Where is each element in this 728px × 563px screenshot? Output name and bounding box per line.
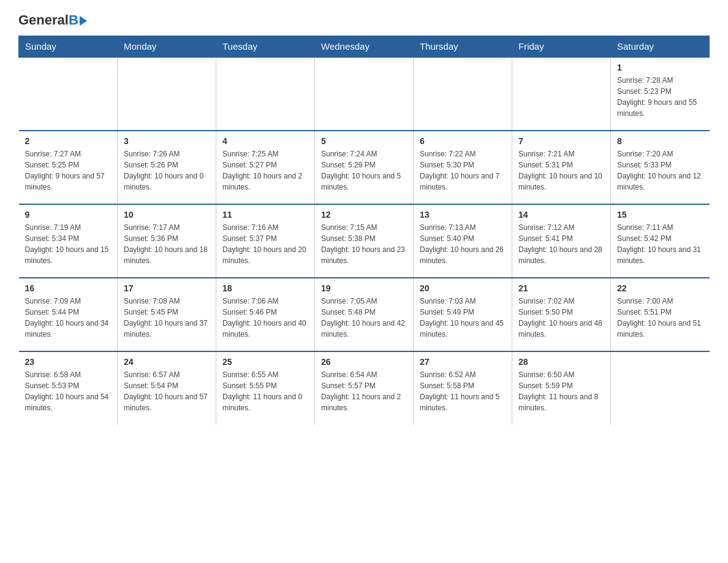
day-info: Sunrise: 7:16 AMSunset: 5:37 PMDaylight:… <box>222 222 308 266</box>
calendar-cell: 1Sunrise: 7:28 AMSunset: 5:23 PMDaylight… <box>611 57 710 131</box>
day-info: Sunrise: 7:27 AMSunset: 5:25 PMDaylight:… <box>25 148 112 193</box>
calendar-week-row: 23Sunrise: 6:58 AMSunset: 5:53 PMDayligh… <box>19 351 710 425</box>
day-number: 5 <box>321 136 407 146</box>
calendar-cell: 12Sunrise: 7:15 AMSunset: 5:38 PMDayligh… <box>315 204 414 278</box>
day-info: Sunrise: 7:05 AMSunset: 5:48 PMDaylight:… <box>321 296 407 340</box>
calendar-cell: 5Sunrise: 7:24 AMSunset: 5:29 PMDaylight… <box>315 131 414 204</box>
calendar-week-row: 16Sunrise: 7:09 AMSunset: 5:44 PMDayligh… <box>19 278 710 351</box>
day-number: 11 <box>222 210 308 220</box>
day-of-week-header: Friday <box>512 36 611 58</box>
day-info: Sunrise: 7:28 AMSunset: 5:23 PMDaylight:… <box>617 75 703 119</box>
calendar-cell: 10Sunrise: 7:17 AMSunset: 5:36 PMDayligh… <box>118 204 216 278</box>
calendar-cell: 6Sunrise: 7:22 AMSunset: 5:30 PMDaylight… <box>414 131 512 204</box>
day-number: 16 <box>25 283 112 293</box>
day-of-week-header: Saturday <box>611 36 710 58</box>
day-number: 25 <box>222 357 308 367</box>
day-number: 8 <box>617 136 703 146</box>
day-info: Sunrise: 6:54 AMSunset: 5:57 PMDaylight:… <box>321 369 407 413</box>
day-of-week-header: Monday <box>118 36 216 58</box>
logo-general: General <box>18 12 69 28</box>
day-number: 1 <box>617 63 703 72</box>
calendar-cell <box>611 351 710 425</box>
calendar-cell: 25Sunrise: 6:55 AMSunset: 5:55 PMDayligh… <box>216 351 315 425</box>
day-info: Sunrise: 7:09 AMSunset: 5:44 PMDaylight:… <box>25 296 112 340</box>
day-info: Sunrise: 7:00 AMSunset: 5:51 PMDaylight:… <box>617 296 703 340</box>
logo: General B <box>18 12 87 26</box>
calendar-week-row: 2Sunrise: 7:27 AMSunset: 5:25 PMDaylight… <box>19 131 710 204</box>
calendar-week-row: 1Sunrise: 7:28 AMSunset: 5:23 PMDaylight… <box>19 57 710 131</box>
calendar-cell: 15Sunrise: 7:11 AMSunset: 5:42 PMDayligh… <box>611 204 710 278</box>
calendar-cell: 14Sunrise: 7:12 AMSunset: 5:41 PMDayligh… <box>512 204 611 278</box>
calendar-cell: 13Sunrise: 7:13 AMSunset: 5:40 PMDayligh… <box>414 204 512 278</box>
day-info: Sunrise: 7:11 AMSunset: 5:42 PMDaylight:… <box>617 222 703 266</box>
calendar-cell: 7Sunrise: 7:21 AMSunset: 5:31 PMDaylight… <box>512 131 611 204</box>
calendar-week-row: 9Sunrise: 7:19 AMSunset: 5:34 PMDaylight… <box>19 204 710 278</box>
day-number: 28 <box>518 357 604 367</box>
page-header: General B <box>18 12 710 26</box>
calendar-cell: 20Sunrise: 7:03 AMSunset: 5:49 PMDayligh… <box>414 278 512 351</box>
calendar-cell: 27Sunrise: 6:52 AMSunset: 5:58 PMDayligh… <box>414 351 512 425</box>
calendar-cell <box>118 57 216 131</box>
day-of-week-header: Tuesday <box>216 36 315 58</box>
day-number: 14 <box>518 210 604 220</box>
day-info: Sunrise: 7:25 AMSunset: 5:27 PMDaylight:… <box>222 148 308 193</box>
calendar-cell: 11Sunrise: 7:16 AMSunset: 5:37 PMDayligh… <box>216 204 315 278</box>
day-number: 2 <box>25 136 112 146</box>
day-of-week-header: Sunday <box>19 36 118 58</box>
calendar-cell: 21Sunrise: 7:02 AMSunset: 5:50 PMDayligh… <box>512 278 611 351</box>
calendar-cell: 24Sunrise: 6:57 AMSunset: 5:54 PMDayligh… <box>118 351 216 425</box>
logo-arrow-icon <box>80 16 87 26</box>
days-header-row: SundayMondayTuesdayWednesdayThursdayFrid… <box>19 36 710 58</box>
day-number: 3 <box>124 136 210 146</box>
calendar-cell: 23Sunrise: 6:58 AMSunset: 5:53 PMDayligh… <box>19 351 118 425</box>
day-of-week-header: Wednesday <box>315 36 414 58</box>
day-number: 15 <box>617 210 703 220</box>
day-number: 19 <box>321 283 407 293</box>
calendar-table: SundayMondayTuesdayWednesdayThursdayFrid… <box>18 36 710 425</box>
day-info: Sunrise: 6:55 AMSunset: 5:55 PMDaylight:… <box>222 369 308 413</box>
calendar-cell <box>414 57 512 131</box>
day-info: Sunrise: 7:26 AMSunset: 5:26 PMDaylight:… <box>124 148 210 193</box>
day-info: Sunrise: 7:21 AMSunset: 5:31 PMDaylight:… <box>518 148 604 193</box>
day-info: Sunrise: 7:22 AMSunset: 5:30 PMDaylight:… <box>420 148 506 193</box>
calendar-cell: 18Sunrise: 7:06 AMSunset: 5:46 PMDayligh… <box>216 278 315 351</box>
calendar-cell: 16Sunrise: 7:09 AMSunset: 5:44 PMDayligh… <box>19 278 118 351</box>
day-number: 12 <box>321 210 407 220</box>
calendar-cell: 8Sunrise: 7:20 AMSunset: 5:33 PMDaylight… <box>611 131 710 204</box>
day-info: Sunrise: 7:20 AMSunset: 5:33 PMDaylight:… <box>617 148 703 193</box>
day-number: 4 <box>222 136 308 146</box>
day-number: 10 <box>124 210 210 220</box>
day-of-week-header: Thursday <box>414 36 512 58</box>
day-info: Sunrise: 7:03 AMSunset: 5:49 PMDaylight:… <box>420 296 506 340</box>
calendar-cell: 9Sunrise: 7:19 AMSunset: 5:34 PMDaylight… <box>19 204 118 278</box>
day-info: Sunrise: 7:15 AMSunset: 5:38 PMDaylight:… <box>321 222 407 266</box>
calendar-cell <box>216 57 315 131</box>
day-number: 21 <box>518 283 604 293</box>
calendar-cell: 28Sunrise: 6:50 AMSunset: 5:59 PMDayligh… <box>512 351 611 425</box>
day-number: 17 <box>124 283 210 293</box>
day-number: 6 <box>420 136 506 146</box>
day-number: 22 <box>617 283 703 293</box>
day-number: 26 <box>321 357 407 367</box>
day-info: Sunrise: 7:19 AMSunset: 5:34 PMDaylight:… <box>25 222 112 266</box>
day-number: 24 <box>124 357 210 367</box>
calendar-cell: 17Sunrise: 7:08 AMSunset: 5:45 PMDayligh… <box>118 278 216 351</box>
calendar-cell <box>315 57 414 131</box>
calendar-cell: 26Sunrise: 6:54 AMSunset: 5:57 PMDayligh… <box>315 351 414 425</box>
day-info: Sunrise: 7:12 AMSunset: 5:41 PMDaylight:… <box>518 222 604 266</box>
calendar-cell: 19Sunrise: 7:05 AMSunset: 5:48 PMDayligh… <box>315 278 414 351</box>
day-info: Sunrise: 7:02 AMSunset: 5:50 PMDaylight:… <box>518 296 604 340</box>
day-info: Sunrise: 6:58 AMSunset: 5:53 PMDaylight:… <box>25 369 112 413</box>
calendar-cell <box>19 57 118 131</box>
day-number: 13 <box>420 210 506 220</box>
logo-blue-text: B <box>69 12 78 28</box>
day-info: Sunrise: 6:57 AMSunset: 5:54 PMDaylight:… <box>124 369 210 413</box>
day-info: Sunrise: 6:50 AMSunset: 5:59 PMDaylight:… <box>518 369 604 413</box>
day-number: 9 <box>25 210 112 220</box>
calendar-cell: 4Sunrise: 7:25 AMSunset: 5:27 PMDaylight… <box>216 131 315 204</box>
calendar-cell: 3Sunrise: 7:26 AMSunset: 5:26 PMDaylight… <box>118 131 216 204</box>
day-info: Sunrise: 7:08 AMSunset: 5:45 PMDaylight:… <box>124 296 210 340</box>
day-number: 23 <box>25 357 112 367</box>
day-number: 20 <box>420 283 506 293</box>
day-info: Sunrise: 7:13 AMSunset: 5:40 PMDaylight:… <box>420 222 506 266</box>
